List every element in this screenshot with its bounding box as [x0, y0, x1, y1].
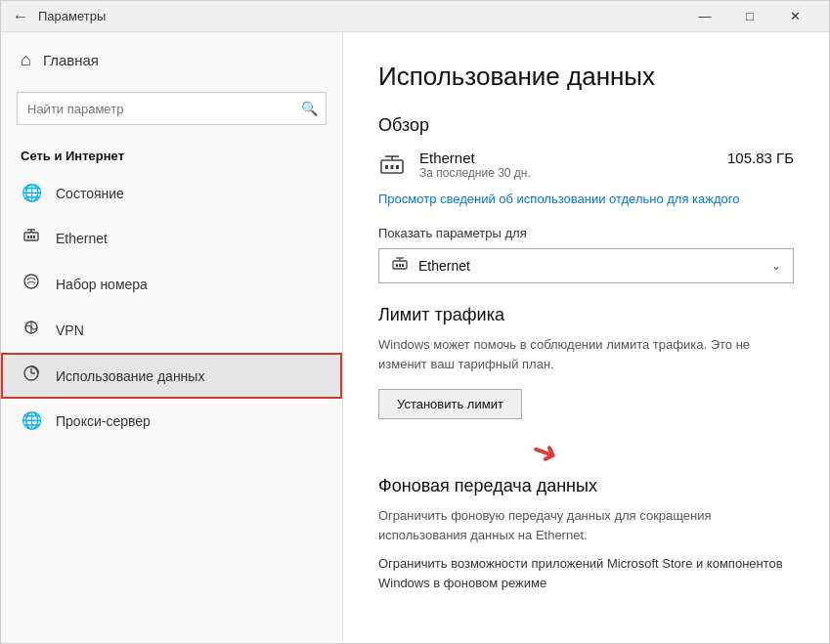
- search-input[interactable]: [18, 102, 293, 116]
- overview-text: Ethernet За последние 30 дн.: [419, 150, 714, 180]
- svg-rect-15: [396, 165, 399, 169]
- maximize-button[interactable]: □: [727, 1, 772, 32]
- svg-rect-19: [396, 264, 398, 267]
- arrow-indicator-icon: ➜: [525, 432, 562, 476]
- svg-rect-3: [33, 236, 35, 238]
- sidebar-item-label-datausage: Использование данных: [56, 368, 204, 384]
- sidebar-item-dialup[interactable]: Набор номера: [1, 261, 342, 307]
- connection-dropdown[interactable]: Ethernet ⌄: [378, 248, 794, 283]
- sidebar-item-label-vpn: VPN: [56, 322, 84, 338]
- overview-size: 105.83 ГБ: [727, 150, 794, 166]
- page-title: Использование данных: [378, 62, 794, 92]
- home-icon: ⌂: [21, 50, 31, 70]
- show-params-label: Показать параметры для: [378, 226, 794, 240]
- close-button[interactable]: ✕: [772, 1, 817, 32]
- datausage-icon: [21, 365, 42, 387]
- title-bar: ← Параметры — □ ✕: [1, 1, 829, 32]
- bg-transfer-title: Фоновая передача данных: [378, 476, 794, 496]
- sidebar-item-ethernet[interactable]: Ethernet: [1, 215, 342, 261]
- overview-row: Ethernet За последние 30 дн. 105.83 ГБ: [378, 150, 794, 185]
- dropdown-arrow-icon: ⌄: [771, 259, 781, 273]
- proxy-icon: 🌐: [21, 410, 42, 431]
- window-controls: — □ ✕: [682, 1, 817, 32]
- sidebar-item-datausage[interactable]: Использование данных: [1, 353, 342, 399]
- dropdown-text: Ethernet: [418, 258, 771, 274]
- traffic-desc: Windows может помочь в соблюдении лимита…: [378, 335, 794, 373]
- sidebar-home[interactable]: ⌂ Главная: [1, 32, 342, 88]
- section-title: Сеть и Интернет: [1, 141, 342, 171]
- traffic-title: Лимит трафика: [378, 305, 794, 325]
- svg-rect-20: [399, 264, 401, 267]
- sidebar: ⌂ Главная 🔍 Сеть и Интернет 🌐 Состояние: [1, 32, 343, 643]
- status-icon: 🌐: [21, 183, 42, 203]
- dialup-icon: [21, 273, 42, 295]
- svg-rect-1: [27, 236, 29, 238]
- ethernet-icon: [21, 227, 42, 249]
- sidebar-item-label-status: Состояние: [56, 186, 124, 201]
- sidebar-item-status[interactable]: 🌐 Состояние: [1, 171, 342, 215]
- bg-transfer-link: Ограничить возможности приложений Micros…: [378, 554, 794, 592]
- sidebar-item-vpn[interactable]: VPN: [1, 307, 342, 353]
- svg-rect-2: [30, 236, 32, 238]
- overview-icon: [378, 151, 406, 185]
- search-box[interactable]: 🔍: [17, 92, 327, 125]
- dropdown-icon: [391, 255, 409, 277]
- main-panel: Использование данных Обзор Ethernet За: [343, 32, 829, 643]
- svg-rect-13: [385, 165, 388, 169]
- sidebar-item-label-ethernet: Ethernet: [56, 231, 108, 246]
- sidebar-item-label-dialup: Набор номера: [56, 277, 148, 292]
- sidebar-item-label-proxy: Прокси-сервер: [56, 413, 151, 429]
- search-icon: 🔍: [293, 101, 326, 116]
- overview-sub: За последние 30 дн.: [419, 166, 714, 180]
- back-button[interactable]: ←: [13, 8, 28, 25]
- bg-transfer-desc: Ограничить фоновую передачу данных для с…: [378, 506, 794, 544]
- overview-name: Ethernet: [419, 150, 714, 166]
- sidebar-item-proxy[interactable]: 🌐 Прокси-сервер: [1, 399, 342, 443]
- window-title: Параметры: [38, 9, 682, 23]
- overview-section-title: Обзор: [378, 115, 794, 136]
- minimize-button[interactable]: —: [682, 1, 727, 32]
- main-content: ⌂ Главная 🔍 Сеть и Интернет 🌐 Состояние: [1, 32, 829, 643]
- settings-window: ← Параметры — □ ✕ ⌂ Главная 🔍 Сеть и Инт…: [0, 0, 830, 644]
- svg-rect-14: [391, 165, 394, 169]
- set-limit-button[interactable]: Установить лимит: [378, 389, 522, 419]
- svg-rect-21: [402, 264, 404, 267]
- overview-link[interactable]: Просмотр сведений об использовании отдел…: [378, 192, 740, 206]
- vpn-icon: [21, 319, 42, 341]
- home-label: Главная: [43, 52, 99, 68]
